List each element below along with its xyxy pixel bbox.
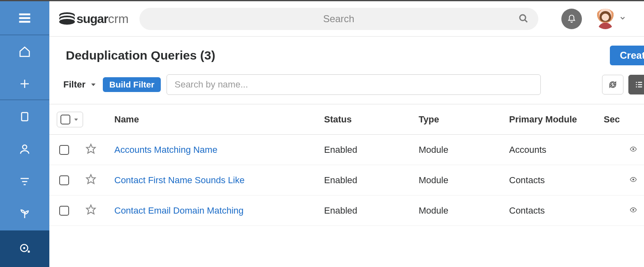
column-secondary[interactable]: Sec [604, 114, 628, 125]
global-search[interactable] [139, 8, 538, 30]
sidebar-filter[interactable] [0, 166, 49, 198]
svg-marker-22 [91, 84, 95, 86]
table-row: Contact Email Domain Matching Enabled Mo… [49, 196, 644, 226]
favorite-toggle[interactable] [86, 143, 110, 157]
building-icon [19, 110, 31, 123]
search-icon[interactable] [519, 14, 528, 26]
preview-button[interactable] [628, 205, 644, 216]
refresh-icon [608, 80, 617, 89]
record-status: Enabled [324, 205, 419, 216]
column-type[interactable]: Type [419, 114, 509, 125]
hamburger-icon [17, 11, 32, 25]
record-primary-module: Accounts [509, 145, 604, 155]
filter-dropdown[interactable]: Filter [63, 79, 97, 90]
svg-point-20 [520, 15, 526, 21]
eye-icon [628, 145, 638, 153]
table-row: Accounts Matching Name Enabled Module Ac… [49, 135, 644, 165]
record-status: Enabled [324, 145, 419, 155]
list-view-toggle[interactable] [628, 75, 644, 94]
svg-point-25 [636, 84, 637, 85]
list-icon [635, 80, 644, 89]
topbar: sugarcrm [49, 1, 644, 37]
row-checkbox[interactable] [59, 175, 69, 185]
star-icon [86, 174, 96, 184]
sidebar-leads[interactable] [0, 198, 49, 230]
favorite-toggle[interactable] [86, 204, 110, 217]
person-icon [19, 143, 31, 155]
build-filter-button[interactable]: Build Filter [103, 77, 161, 92]
svg-marker-30 [74, 119, 78, 121]
svg-marker-33 [86, 175, 95, 184]
preview-button[interactable] [628, 175, 644, 186]
sidebar-target-active[interactable] [0, 230, 49, 267]
target-add-icon [19, 242, 31, 255]
user-menu[interactable] [595, 9, 626, 29]
svg-marker-31 [86, 144, 95, 153]
column-primary-module[interactable]: Primary Module [509, 114, 604, 125]
svg-point-32 [632, 148, 635, 150]
row-checkbox[interactable] [59, 145, 69, 155]
brand-logo[interactable]: sugarcrm [57, 12, 133, 26]
favorite-toggle[interactable] [86, 174, 110, 187]
star-icon [86, 204, 96, 215]
record-primary-module: Contacts [509, 175, 604, 186]
sidebar [0, 1, 49, 267]
table-header: Name Status Type Primary Module Sec [49, 104, 644, 135]
record-type: Module [419, 175, 509, 186]
sidebar-accounts[interactable] [0, 100, 49, 133]
create-button[interactable]: Create [610, 46, 644, 65]
sidebar-menu-toggle[interactable] [0, 1, 49, 35]
funnel-icon [19, 175, 31, 188]
refresh-button[interactable] [602, 75, 623, 94]
sidebar-home[interactable] [0, 35, 49, 68]
svg-point-34 [632, 178, 635, 180]
record-type: Module [419, 145, 509, 155]
plus-icon [19, 78, 31, 90]
filter-search-input[interactable] [167, 74, 541, 95]
eye-icon [628, 176, 638, 183]
record-type: Module [419, 205, 509, 216]
svg-line-21 [525, 20, 527, 22]
notifications-button[interactable] [561, 9, 582, 29]
svg-marker-35 [86, 205, 95, 214]
star-icon [86, 143, 96, 154]
svg-rect-5 [22, 113, 28, 121]
table-row: Contact First Name Sounds Like Enabled M… [49, 165, 644, 196]
preview-button[interactable] [628, 145, 644, 155]
svg-point-12 [23, 145, 27, 149]
record-status: Enabled [324, 175, 419, 186]
filter-label-text: Filter [63, 79, 86, 90]
svg-point-27 [636, 86, 637, 87]
sidebar-contacts[interactable] [0, 133, 49, 166]
stack-icon [59, 12, 75, 25]
eye-icon [628, 206, 638, 214]
select-all-checkbox[interactable] [60, 115, 70, 124]
brand-bold: sugar [76, 12, 108, 25]
record-name-link[interactable]: Contact Email Domain Matching [110, 205, 324, 216]
record-primary-module: Contacts [509, 205, 604, 216]
home-icon [19, 46, 31, 58]
chevron-down-icon [90, 81, 97, 88]
row-checkbox[interactable] [59, 206, 69, 216]
avatar [595, 9, 616, 29]
svg-point-23 [636, 82, 637, 83]
svg-point-17 [23, 247, 25, 249]
select-all-control[interactable] [57, 112, 83, 127]
bell-icon [567, 14, 576, 23]
record-name-link[interactable]: Accounts Matching Name [110, 145, 324, 155]
chevron-down-icon [619, 14, 626, 23]
column-status[interactable]: Status [324, 114, 419, 125]
records-table: Name Status Type Primary Module Sec Acco… [49, 104, 644, 226]
svg-point-36 [632, 209, 635, 211]
brand-thin: crm [108, 12, 129, 25]
chevron-down-icon [73, 116, 79, 123]
record-name-link[interactable]: Contact First Name Sounds Like [110, 175, 324, 186]
page-title: Deduplication Queries (3) [66, 48, 215, 62]
sprout-icon [19, 208, 31, 220]
search-input[interactable] [139, 8, 538, 30]
sidebar-add[interactable] [0, 68, 49, 100]
column-name[interactable]: Name [110, 114, 324, 125]
